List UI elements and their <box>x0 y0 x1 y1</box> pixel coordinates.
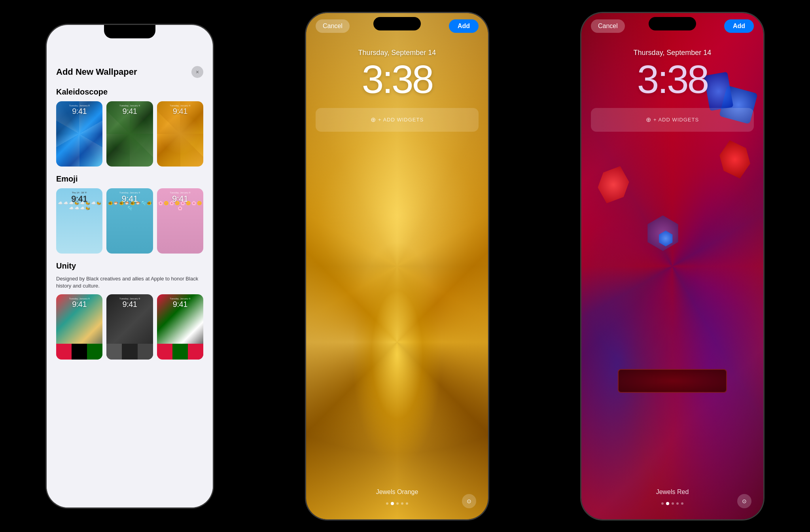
center-style-button[interactable]: ⊙ <box>462 494 476 508</box>
unity-dark-thumb[interactable]: Tuesday, January 8 9:41 <box>106 294 153 360</box>
unity-time-2: Tuesday, January 8 9:41 <box>106 297 153 309</box>
center-clock: 3:38 <box>306 57 488 102</box>
emoji-sky-thumb[interactable]: Thu 14 · 38 °F 9:41 ☁️☁️☁️ 🐝☁️🐝 ☁️🐝☁️ ☁️… <box>56 188 102 254</box>
thumb-day-1: Tuesday, January 8 <box>56 104 102 107</box>
unity-stripe-3 <box>157 344 203 360</box>
center-phone: Cancel Add Thursday, September 14 3:38 ⊕… <box>306 13 488 519</box>
right-phone: Cancel Add Thursday, September 14 3:38 ⊕… <box>581 13 763 519</box>
right-top-bar: Cancel Add <box>581 13 763 33</box>
center-top-bar: Cancel Add <box>306 13 488 33</box>
kaleidoscope-grid: Tuesday, January 8 9:41 Tuesday, January… <box>56 101 203 167</box>
right-dot-4 <box>681 502 683 505</box>
right-wallpaper-name: Jewels Red <box>581 488 763 496</box>
unity-time-3: Tuesday, January 8 9:41 <box>157 297 203 309</box>
thumb-clock-3: 9:41 <box>157 107 203 116</box>
right-add-button[interactable]: Add <box>724 19 754 33</box>
unity-clock-2: 9:41 <box>106 300 153 309</box>
thumb-time-1: Tuesday, January 8 9:41 <box>56 104 102 116</box>
widget-add-label: + ADD WIDGETS <box>378 117 424 123</box>
emoji-items-ocean: 🐠🐡🐠 🐡🐠🐡 🫧🐠🫧 <box>106 200 153 254</box>
center-widget-area[interactable]: ⊕ + ADD WIDGETS <box>316 108 479 132</box>
left-phone: Add New Wallpaper × Kaleidoscope Tuesday… <box>47 25 213 507</box>
close-icon: × <box>196 69 199 75</box>
wallpaper-sheet: Add New Wallpaper × Kaleidoscope Tuesday… <box>47 57 213 507</box>
unity-label: Unity <box>56 261 203 271</box>
emoji-items-pink: 🌸🌼🌸 🌼🌸🌼 🌸🌼🌸 <box>157 200 203 254</box>
thumb-clock-1: 9:41 <box>56 107 102 116</box>
right-widget-area[interactable]: ⊕ + ADD WIDGETS <box>591 108 754 132</box>
unity-colorful-thumb[interactable]: Tuesday, January 8 9:41 <box>56 294 102 360</box>
kaleido-green-thumb[interactable]: Tuesday, January 8 9:41 <box>106 101 153 167</box>
thumb-day-3: Tuesday, January 8 <box>157 104 203 107</box>
close-button[interactable]: × <box>191 66 203 78</box>
emoji-label: Emoji <box>56 174 203 184</box>
unity-red-thumb[interactable]: Tuesday, January 8 9:41 <box>157 294 203 360</box>
unity-clock-1: 9:41 <box>56 300 102 309</box>
right-style-icon: ⊙ <box>742 498 747 504</box>
emoji-pink-thumb[interactable]: Tuesday, January 8 9:41 🌸🌼🌸 🌼🌸🌼 🌸🌼🌸 <box>157 188 203 254</box>
right-style-button[interactable]: ⊙ <box>737 494 751 508</box>
center-date: Thursday, September 14 <box>306 49 488 57</box>
dot-1 <box>391 502 394 505</box>
kaleido-blue-thumb[interactable]: Tuesday, January 8 9:41 <box>56 101 102 167</box>
unity-stripe-1 <box>56 344 102 360</box>
thumb-day-2: Tuesday, January 8 <box>106 104 153 107</box>
thumb-time-2: Tuesday, January 8 9:41 <box>106 104 153 116</box>
dot-0 <box>386 502 388 505</box>
right-dot-3 <box>676 502 679 505</box>
right-page-dots <box>581 502 763 505</box>
right-dot-2 <box>672 502 674 505</box>
sheet-title: Add New Wallpaper <box>56 67 137 77</box>
unity-time-1: Tuesday, January 8 9:41 <box>56 297 102 309</box>
dot-3 <box>401 502 403 505</box>
center-add-button[interactable]: Add <box>449 19 479 33</box>
kaleido-gold-thumb[interactable]: Tuesday, January 8 9:41 <box>157 101 203 167</box>
right-date: Thursday, September 14 <box>581 49 763 57</box>
kaleidoscope-section: Kaleidoscope Tuesday, January 8 9:41 Tue… <box>56 87 203 167</box>
emoji-grid: Thu 14 · 38 °F 9:41 ☁️☁️☁️ 🐝☁️🐝 ☁️🐝☁️ ☁️… <box>56 188 203 254</box>
unity-clock-3: 9:41 <box>157 300 203 309</box>
thumb-clock-2: 9:41 <box>106 107 153 116</box>
center-wallpaper-name: Jewels Orange <box>306 488 488 496</box>
emoji-section: Emoji Thu 14 · 38 °F 9:41 ☁️☁️☁️ 🐝☁️🐝 ☁️… <box>56 174 203 254</box>
sheet-header: Add New Wallpaper × <box>56 64 203 78</box>
right-widget-add-label: + ADD WIDGETS <box>653 117 699 123</box>
emoji-ocean-thumb[interactable]: Tuesday, January 8 9:41 🐠🐡🐠 🐡🐠🐡 🫧🐠🫧 <box>106 188 153 254</box>
widget-plus-icon: ⊕ <box>371 116 376 123</box>
unity-section: Unity Designed by Black creatives and al… <box>56 261 203 360</box>
dot-2 <box>396 502 399 505</box>
right-widget-plus-icon: ⊕ <box>646 116 651 123</box>
unity-grid: Tuesday, January 8 9:41 Tuesday, January… <box>56 294 203 360</box>
right-dot-1 <box>666 502 669 505</box>
right-cancel-button[interactable]: Cancel <box>591 19 625 33</box>
dot-4 <box>406 502 408 505</box>
kaleidoscope-label: Kaleidoscope <box>56 87 203 97</box>
center-cancel-button[interactable]: Cancel <box>316 19 350 33</box>
right-clock: 3:38 <box>581 57 763 102</box>
phone-notch <box>104 25 155 38</box>
right-dot-0 <box>661 502 664 505</box>
center-page-dots <box>306 502 488 505</box>
unity-stripe-2 <box>106 344 153 360</box>
unity-description: Designed by Black creatives and allies a… <box>56 275 203 290</box>
emoji-items-sky: ☁️☁️☁️ 🐝☁️🐝 ☁️🐝☁️ ☁️☁️🐝 <box>56 200 102 254</box>
style-icon: ⊙ <box>467 498 471 504</box>
thumb-time-3: Tuesday, January 8 9:41 <box>157 104 203 116</box>
